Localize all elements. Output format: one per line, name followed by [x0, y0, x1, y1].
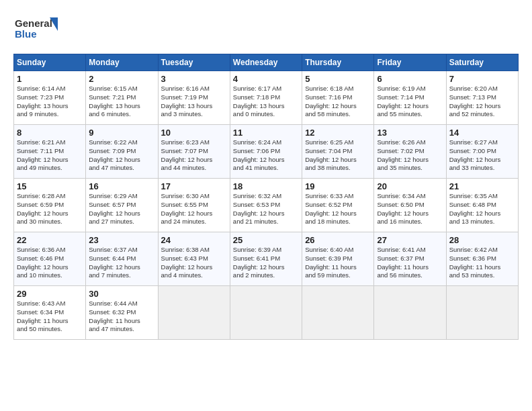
day-number: 9 — [89, 128, 154, 138]
calendar-cell: 5Sunrise: 6:18 AMSunset: 7:16 PMDaylight… — [302, 71, 374, 125]
calendar-cell: 26Sunrise: 6:40 AMSunset: 6:39 PMDayligh… — [302, 232, 374, 286]
day-number: 16 — [89, 181, 154, 191]
calendar-cell: 19Sunrise: 6:33 AMSunset: 6:52 PMDayligh… — [302, 179, 374, 232]
calendar-cell — [446, 286, 518, 340]
day-info: Sunrise: 6:16 AMSunset: 7:19 PMDaylight:… — [161, 85, 227, 119]
day-info: Sunrise: 6:39 AMSunset: 6:41 PMDaylight:… — [233, 246, 299, 280]
svg-text:Blue: Blue — [15, 28, 37, 40]
calendar-cell: 21Sunrise: 6:35 AMSunset: 6:48 PMDayligh… — [446, 179, 518, 232]
day-number: 12 — [305, 128, 371, 138]
day-info: Sunrise: 6:21 AMSunset: 7:11 PMDaylight:… — [17, 138, 83, 173]
calendar-cell: 9Sunrise: 6:22 AMSunset: 7:09 PMDaylight… — [86, 125, 158, 179]
day-info: Sunrise: 6:28 AMSunset: 6:59 PMDaylight:… — [17, 192, 83, 226]
day-header-tuesday: Tuesday — [158, 54, 230, 71]
calendar-cell: 29Sunrise: 6:43 AMSunset: 6:34 PMDayligh… — [14, 286, 86, 340]
day-info: Sunrise: 6:43 AMSunset: 6:34 PMDaylight:… — [17, 300, 83, 334]
calendar-cell — [374, 286, 446, 340]
day-info: Sunrise: 6:42 AMSunset: 6:36 PMDaylight:… — [449, 246, 515, 280]
day-number: 18 — [233, 181, 299, 191]
day-info: Sunrise: 6:22 AMSunset: 7:09 PMDaylight:… — [89, 138, 154, 173]
logo: General Blue — [13, 12, 60, 48]
calendar-cell — [302, 286, 374, 340]
calendar-cell: 23Sunrise: 6:37 AMSunset: 6:44 PMDayligh… — [86, 232, 158, 286]
day-number: 10 — [161, 128, 227, 138]
day-info: Sunrise: 6:23 AMSunset: 7:07 PMDaylight:… — [161, 138, 227, 173]
day-info: Sunrise: 6:40 AMSunset: 6:39 PMDaylight:… — [305, 246, 371, 280]
day-number: 30 — [89, 289, 154, 299]
day-info: Sunrise: 6:41 AMSunset: 6:37 PMDaylight:… — [377, 246, 443, 280]
calendar-cell: 28Sunrise: 6:42 AMSunset: 6:36 PMDayligh… — [446, 232, 518, 286]
day-number: 4 — [233, 74, 299, 84]
calendar-table: SundayMondayTuesdayWednesdayThursdayFrid… — [13, 54, 519, 340]
calendar-cell: 12Sunrise: 6:25 AMSunset: 7:04 PMDayligh… — [302, 125, 374, 179]
calendar-cell: 15Sunrise: 6:28 AMSunset: 6:59 PMDayligh… — [14, 179, 86, 232]
day-number: 3 — [161, 74, 227, 84]
day-number: 15 — [17, 181, 83, 191]
day-info: Sunrise: 6:26 AMSunset: 7:02 PMDaylight:… — [377, 138, 443, 173]
day-number: 14 — [449, 128, 515, 138]
day-info: Sunrise: 6:17 AMSunset: 7:18 PMDaylight:… — [233, 85, 299, 119]
day-info: Sunrise: 6:14 AMSunset: 7:23 PMDaylight:… — [17, 85, 83, 119]
day-header-monday: Monday — [86, 54, 158, 71]
day-header-saturday: Saturday — [446, 54, 518, 71]
day-number: 17 — [161, 181, 227, 191]
day-info: Sunrise: 6:44 AMSunset: 6:32 PMDaylight:… — [89, 300, 154, 334]
day-info: Sunrise: 6:20 AMSunset: 7:13 PMDaylight:… — [449, 85, 515, 119]
day-info: Sunrise: 6:36 AMSunset: 6:46 PMDaylight:… — [17, 246, 83, 280]
day-number: 22 — [17, 235, 83, 245]
day-info: Sunrise: 6:33 AMSunset: 6:52 PMDaylight:… — [305, 192, 371, 226]
calendar-cell: 8Sunrise: 6:21 AMSunset: 7:11 PMDaylight… — [14, 125, 86, 179]
calendar-cell: 10Sunrise: 6:23 AMSunset: 7:07 PMDayligh… — [158, 125, 230, 179]
calendar-cell: 14Sunrise: 6:27 AMSunset: 7:00 PMDayligh… — [446, 125, 518, 179]
calendar-cell: 6Sunrise: 6:19 AMSunset: 7:14 PMDaylight… — [374, 71, 446, 125]
day-header-friday: Friday — [374, 54, 446, 71]
day-info: Sunrise: 6:34 AMSunset: 6:50 PMDaylight:… — [377, 192, 443, 226]
calendar-cell: 13Sunrise: 6:26 AMSunset: 7:02 PMDayligh… — [374, 125, 446, 179]
day-info: Sunrise: 6:38 AMSunset: 6:43 PMDaylight:… — [161, 246, 227, 280]
calendar-cell: 4Sunrise: 6:17 AMSunset: 7:18 PMDaylight… — [230, 71, 302, 125]
day-info: Sunrise: 6:19 AMSunset: 7:14 PMDaylight:… — [377, 85, 443, 119]
calendar-cell: 7Sunrise: 6:20 AMSunset: 7:13 PMDaylight… — [446, 71, 518, 125]
calendar-cell: 3Sunrise: 6:16 AMSunset: 7:19 PMDaylight… — [158, 71, 230, 125]
day-number: 23 — [89, 235, 154, 245]
day-number: 2 — [89, 74, 154, 84]
day-info: Sunrise: 6:18 AMSunset: 7:16 PMDaylight:… — [305, 85, 371, 119]
day-number: 25 — [233, 235, 299, 245]
calendar-cell: 16Sunrise: 6:29 AMSunset: 6:57 PMDayligh… — [86, 179, 158, 232]
calendar-header-row: SundayMondayTuesdayWednesdayThursdayFrid… — [14, 54, 519, 71]
day-header-sunday: Sunday — [14, 54, 86, 71]
day-number: 5 — [305, 74, 371, 84]
page-header: General Blue — [13, 12, 519, 48]
day-number: 19 — [305, 181, 371, 191]
calendar-cell: 18Sunrise: 6:32 AMSunset: 6:53 PMDayligh… — [230, 179, 302, 232]
calendar-cell — [230, 286, 302, 340]
day-header-wednesday: Wednesday — [230, 54, 302, 71]
day-number: 28 — [449, 235, 515, 245]
day-info: Sunrise: 6:30 AMSunset: 6:55 PMDaylight:… — [161, 192, 227, 226]
calendar-cell: 20Sunrise: 6:34 AMSunset: 6:50 PMDayligh… — [374, 179, 446, 232]
svg-text:General: General — [15, 17, 52, 29]
calendar-cell: 30Sunrise: 6:44 AMSunset: 6:32 PMDayligh… — [86, 286, 158, 340]
day-number: 29 — [17, 289, 83, 299]
calendar-cell: 22Sunrise: 6:36 AMSunset: 6:46 PMDayligh… — [14, 232, 86, 286]
day-info: Sunrise: 6:37 AMSunset: 6:44 PMDaylight:… — [89, 246, 154, 280]
logo-icon: General Blue — [13, 12, 60, 46]
day-number: 7 — [449, 74, 515, 84]
day-number: 1 — [17, 74, 83, 84]
day-number: 21 — [449, 181, 515, 191]
day-header-thursday: Thursday — [302, 54, 374, 71]
calendar-cell: 17Sunrise: 6:30 AMSunset: 6:55 PMDayligh… — [158, 179, 230, 232]
day-info: Sunrise: 6:29 AMSunset: 6:57 PMDaylight:… — [89, 192, 154, 226]
day-info: Sunrise: 6:25 AMSunset: 7:04 PMDaylight:… — [305, 138, 371, 173]
calendar-cell: 27Sunrise: 6:41 AMSunset: 6:37 PMDayligh… — [374, 232, 446, 286]
calendar-cell — [158, 286, 230, 340]
calendar-cell: 11Sunrise: 6:24 AMSunset: 7:06 PMDayligh… — [230, 125, 302, 179]
day-number: 8 — [17, 128, 83, 138]
day-info: Sunrise: 6:15 AMSunset: 7:21 PMDaylight:… — [89, 85, 154, 119]
day-info: Sunrise: 6:35 AMSunset: 6:48 PMDaylight:… — [449, 192, 515, 226]
day-number: 13 — [377, 128, 443, 138]
day-info: Sunrise: 6:24 AMSunset: 7:06 PMDaylight:… — [233, 138, 299, 173]
calendar-cell: 25Sunrise: 6:39 AMSunset: 6:41 PMDayligh… — [230, 232, 302, 286]
day-number: 27 — [377, 235, 443, 245]
day-number: 26 — [305, 235, 371, 245]
